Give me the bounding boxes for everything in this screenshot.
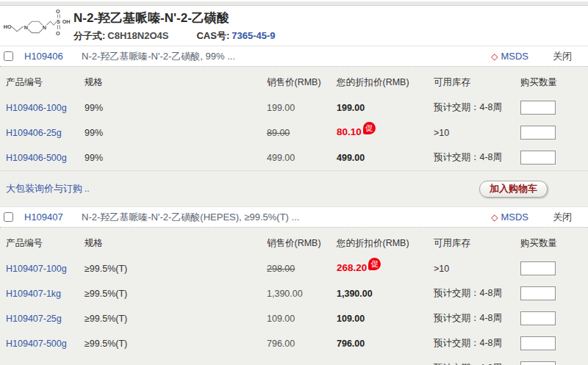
sku-discount-price: 1,390.00 [337, 289, 373, 299]
atom-n-left: N [24, 24, 28, 31]
bulk-inquiry-link[interactable]: 大包装询价与订购.. [6, 182, 90, 195]
sku-stock: 预计交期：4-8周 [434, 331, 520, 356]
sku-discount-price: 268.20 [337, 262, 367, 273]
sku-list-price: 5,560.00 [267, 356, 337, 365]
sku-list-price: 199.00 [267, 95, 337, 120]
sku-row: H109406-25g 99% 89.00 80.10促 >10 [0, 120, 588, 145]
product-description: N-2-羟乙基哌嗪-N'-2-乙磺酸, 99% ... [82, 50, 235, 63]
quantity-input[interactable] [520, 361, 556, 365]
atom-o-top: O [56, 8, 60, 15]
msds-diamond-icon: ◇ [491, 51, 498, 62]
price-table-section-2: 产品编号 规格 销售价(RMB) 您的折扣价(RMB) 可用库存 购买数量 H1… [0, 228, 588, 365]
table-header-row: 产品编号 规格 销售价(RMB) 您的折扣价(RMB) 可用库存 购买数量 [0, 228, 588, 256]
sku-row: H109407-25g ≥99.5%(T) 109.00 109.00 预计交期… [0, 306, 588, 331]
col-header-stock: 可用库存 [434, 228, 520, 256]
sku-link[interactable]: H109407-100g [6, 264, 67, 274]
sku-spec: ≥99.5%(T) [85, 331, 267, 356]
sku-spec: ≥99.5%(T) [85, 306, 267, 331]
sku-row: H109407-1kg ≥99.5%(T) 1,390.00 1,390.00 … [0, 281, 588, 306]
sku-list-price: 499.00 [267, 145, 337, 170]
sku-spec: ≥99.5%(T) [85, 281, 267, 306]
atom-oh: OH [62, 18, 71, 25]
sku-stock: >10 [434, 256, 520, 281]
col-header-code: 产品编号 [0, 67, 85, 95]
add-to-cart-button[interactable]: 加入购物车 [479, 181, 548, 198]
sku-row: H109406-500g 99% 499.00 499.00 预计交期：4-8周 [0, 145, 588, 170]
sku-link[interactable]: H109406-100g [6, 103, 67, 113]
product-header: HO N N S O O OH N-2-羟乙基哌嗪-N'-2-乙磺酸 分子式:C… [0, 6, 588, 46]
bulk-inquiry-label: 大包装询价与订购 [6, 183, 82, 194]
sku-row: H109407-100g ≥99.5%(T) 298.00 268.20促 >1… [0, 256, 588, 281]
sku-list-price: 109.00 [267, 306, 337, 331]
col-header-stock: 可用库存 [434, 67, 520, 95]
quantity-input[interactable] [520, 286, 556, 300]
product-listing-page: HO N N S O O OH N-2-羟乙基哌嗪-N'-2-乙磺酸 分子式:C… [0, 0, 588, 365]
col-header-discount-price: 您的折扣价(RMB) [337, 228, 434, 256]
col-header-qty: 购买数量 [520, 228, 588, 256]
cas-label: CAS号: [196, 30, 229, 41]
page-title: N-2-羟乙基哌嗪-N'-2-乙磺酸 [74, 10, 276, 26]
msds-link[interactable]: ◇MSDS [491, 212, 528, 223]
formula-value: C8H18N2O4S [107, 30, 168, 41]
sku-row: H109406-100g 99% 199.00 199.00 预计交期：4-8周 [0, 95, 588, 120]
product-checkbox[interactable] [4, 212, 13, 222]
sku-link[interactable]: H109407-25g [6, 314, 62, 324]
msds-label: MSDS [501, 51, 528, 62]
bulk-order-bar: 大包装询价与订购.. 加入购物车 [0, 170, 588, 206]
col-header-list-price: 销售价(RMB) [267, 228, 337, 256]
sku-spec: 99% [85, 120, 267, 145]
header-text: N-2-羟乙基哌嗪-N'-2-乙磺酸 分子式:C8H18N2O4SCAS号:73… [74, 10, 276, 43]
sku-link[interactable]: H109406-25g [6, 128, 62, 138]
price-table-1: 产品编号 规格 销售价(RMB) 您的折扣价(RMB) 可用库存 购买数量 H1… [0, 67, 588, 170]
quantity-input[interactable] [520, 336, 556, 350]
close-link[interactable]: 关闭 [553, 50, 572, 63]
sku-stock: 预计交期：4-8周 [434, 95, 520, 120]
col-header-spec: 规格 [85, 228, 267, 256]
atom-s: S [57, 18, 60, 25]
quantity-input[interactable] [520, 311, 556, 325]
close-link[interactable]: 关闭 [553, 211, 572, 224]
product-row-h109407: H109407 N-2-羟乙基哌嗪-N'-2-乙磺酸(HEPES), ≥99.5… [0, 206, 588, 228]
sku-discount-price: 199.00 [337, 103, 365, 113]
col-header-list-price: 销售价(RMB) [267, 67, 337, 95]
table-header-row: 产品编号 规格 销售价(RMB) 您的折扣价(RMB) 可用库存 购买数量 [0, 67, 588, 95]
sku-stock: 预计交期：4-8周 [434, 145, 520, 170]
atom-o-bottom: O [56, 30, 60, 37]
msds-link[interactable]: ◇MSDS [491, 51, 528, 62]
price-table-2: 产品编号 规格 销售价(RMB) 您的折扣价(RMB) 可用库存 购买数量 H1… [0, 228, 588, 365]
promo-badge-icon: 促 [363, 122, 376, 134]
sku-link[interactable]: H109406-500g [6, 153, 67, 163]
col-header-code: 产品编号 [0, 228, 85, 256]
price-table-section-1: 产品编号 规格 销售价(RMB) 您的折扣价(RMB) 可用库存 购买数量 H1… [0, 67, 588, 206]
sku-link[interactable]: H109407-1kg [6, 289, 61, 299]
product-code-link[interactable]: H109406 [24, 51, 79, 62]
msds-label: MSDS [501, 212, 528, 223]
promo-badge-icon: 促 [368, 258, 381, 270]
sku-discount-price: 80.10 [337, 126, 362, 137]
sku-discount-price: 109.00 [337, 314, 365, 324]
col-header-discount-price: 您的折扣价(RMB) [337, 67, 434, 95]
cas-number-link[interactable]: 7365-45-9 [232, 30, 275, 41]
sku-link[interactable]: H109407-500g [6, 339, 67, 349]
sku-stock: 预计交期：4-8周 [434, 281, 520, 306]
sku-spec: ≥99.5%(T) [85, 256, 267, 281]
col-header-qty: 购买数量 [520, 67, 588, 95]
sku-spec: 99% [85, 95, 267, 120]
atom-ho: HO [4, 24, 12, 30]
product-row-h109406: H109406 N-2-羟乙基哌嗪-N'-2-乙磺酸, 99% ... ◇MSD… [0, 46, 588, 67]
quantity-input[interactable] [520, 101, 556, 115]
sku-stock: 预计交期：4-8周 [434, 306, 520, 331]
product-checkbox[interactable] [4, 51, 13, 61]
quantity-input[interactable] [520, 261, 556, 275]
sku-spec: ≥99.5%(T) [85, 356, 267, 365]
sku-list-price: 1,390.00 [267, 281, 337, 306]
msds-diamond-icon: ◇ [491, 212, 498, 223]
sku-discount-price: 796.00 [337, 339, 365, 349]
sku-row: H109407-5kg ≥99.5%(T) 5,560.00 5,560.00 … [0, 356, 588, 365]
sku-spec: 99% [85, 145, 267, 170]
product-code-link[interactable]: H109407 [24, 212, 79, 223]
quantity-input[interactable] [520, 126, 556, 140]
atom-n-right: N [43, 24, 46, 31]
quantity-input[interactable] [520, 151, 556, 165]
formula-label: 分子式: [74, 30, 105, 41]
